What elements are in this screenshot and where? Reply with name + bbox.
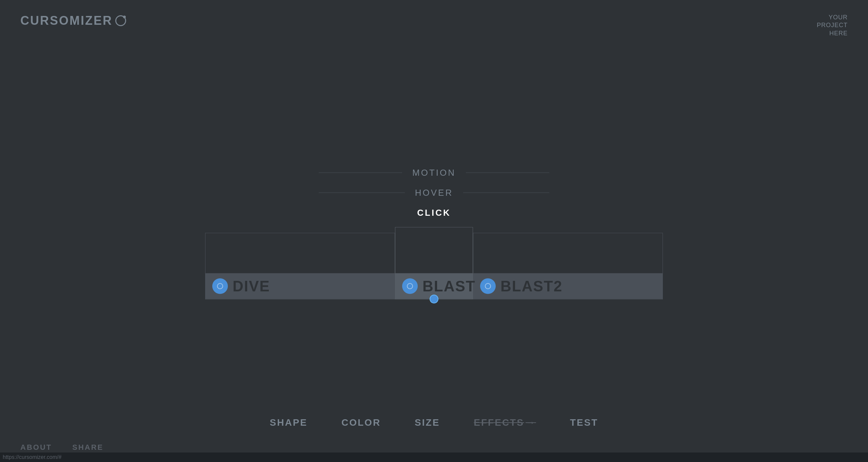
nav-test[interactable]: TEST bbox=[570, 417, 598, 428]
motion-tab-row[interactable]: MOTION bbox=[319, 163, 549, 183]
card-blast[interactable]: BLAST bbox=[395, 227, 473, 300]
header: CURSOMIZER YOUR PROJECT HERE bbox=[0, 0, 868, 51]
card-dive-info: DIVE bbox=[205, 273, 395, 299]
card-blast-preview bbox=[395, 228, 473, 273]
card-blast2-preview bbox=[473, 233, 663, 273]
tab-click[interactable]: CLICK bbox=[407, 208, 461, 218]
cards-wrapper: DIVE BLAST BLAST2 bbox=[205, 233, 663, 300]
cursor-blob-blast2 bbox=[480, 278, 496, 294]
click-dot bbox=[430, 295, 438, 304]
logo-text: CURSOMIZER bbox=[20, 14, 113, 28]
card-blast2[interactable]: BLAST2 bbox=[473, 233, 663, 300]
footer-share[interactable]: SHARE bbox=[72, 443, 103, 452]
tab-line-left-hover bbox=[319, 193, 405, 193]
tab-motion[interactable]: MOTION bbox=[402, 168, 466, 178]
bottom-navigation: SHAPE COLOR SIZE EFFECTS TEST bbox=[270, 417, 598, 428]
card-dive-label: DIVE bbox=[233, 278, 270, 295]
hover-tab-row[interactable]: HOVER bbox=[319, 183, 549, 203]
nav-effects[interactable]: EFFECTS bbox=[474, 417, 536, 428]
cursor-blob-dive bbox=[212, 278, 228, 294]
nav-shape[interactable]: SHAPE bbox=[270, 417, 308, 428]
nav-color[interactable]: COLOR bbox=[341, 417, 381, 428]
tab-line-left-motion bbox=[319, 173, 402, 173]
logo-icon bbox=[115, 15, 126, 26]
tab-line-right-motion bbox=[466, 173, 549, 173]
tab-navigation: MOTION HOVER CLICK bbox=[319, 163, 549, 223]
footer-about[interactable]: ABOUT bbox=[20, 443, 52, 452]
footer: ABOUT SHARE bbox=[20, 443, 103, 452]
card-dive-preview bbox=[205, 233, 395, 273]
tab-line-right-hover bbox=[463, 193, 549, 193]
card-blast2-info: BLAST2 bbox=[473, 273, 663, 299]
click-tab-row[interactable]: CLICK bbox=[319, 203, 549, 223]
card-blast2-label: BLAST2 bbox=[500, 278, 563, 295]
card-blast-label: BLAST bbox=[422, 278, 476, 295]
main-content: MOTION HOVER CLICK DIVE BLAST bbox=[0, 163, 868, 300]
logo-container: CURSOMIZER bbox=[20, 14, 126, 28]
status-bar: https://cursomizer.com/# bbox=[0, 453, 868, 462]
cursor-blob-blast bbox=[402, 278, 418, 294]
tab-hover[interactable]: HOVER bbox=[405, 188, 463, 198]
card-dive[interactable]: DIVE bbox=[205, 233, 395, 300]
status-url: https://cursomizer.com/# bbox=[3, 454, 61, 460]
nav-size[interactable]: SIZE bbox=[415, 417, 440, 428]
project-link[interactable]: YOUR PROJECT HERE bbox=[817, 14, 848, 37]
